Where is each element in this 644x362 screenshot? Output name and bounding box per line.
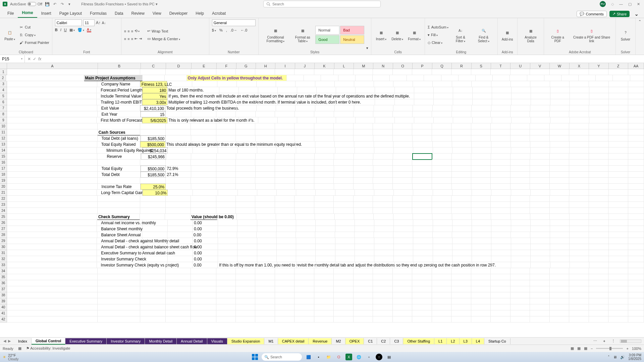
cell-H5[interactable]	[258, 93, 278, 99]
cell-M39[interactable]	[354, 298, 373, 304]
cell-D2[interactable]	[143, 75, 165, 81]
cell-AA3[interactable]	[628, 81, 644, 87]
cell-Z22[interactable]	[608, 196, 628, 202]
cell-N28[interactable]	[374, 232, 393, 238]
cell-G29[interactable]	[237, 238, 257, 244]
cell-E18[interactable]	[191, 172, 216, 178]
cell-K8[interactable]	[314, 111, 334, 117]
cell-Z32[interactable]	[609, 256, 628, 262]
cell-AA39[interactable]	[628, 298, 644, 304]
cell-C33[interactable]	[143, 262, 168, 268]
cell-J18[interactable]	[295, 172, 314, 178]
cell-T9[interactable]	[492, 117, 512, 123]
border-button[interactable]: ▦	[69, 28, 75, 32]
cell-W34[interactable]	[550, 268, 569, 274]
cell-V19[interactable]	[530, 178, 549, 184]
cell-U25[interactable]	[511, 214, 530, 220]
cell-J27[interactable]	[296, 226, 316, 232]
cell-B11[interactable]: Cash Sources	[98, 129, 141, 135]
ribbon-tab-home[interactable]: Home	[18, 8, 37, 18]
cell-P9[interactable]	[414, 117, 434, 123]
cell-Y12[interactable]	[589, 135, 608, 141]
cell-I34[interactable]	[275, 268, 294, 274]
fill-button[interactable]: ▾ Fill	[428, 32, 448, 38]
font-color-button[interactable]: A	[87, 27, 91, 32]
cell-H21[interactable]	[257, 190, 277, 196]
merge-center-button[interactable]: ▭ Merge & Center	[147, 36, 180, 42]
row-header-16[interactable]: 16	[0, 160, 7, 166]
cell-Y9[interactable]	[589, 117, 609, 123]
cell-N17[interactable]	[373, 166, 393, 172]
cell-I25[interactable]	[276, 214, 296, 220]
ribbon-tab-help[interactable]: Help	[192, 9, 208, 18]
comma-format-icon[interactable]: ,	[226, 28, 227, 32]
cell-Y23[interactable]	[589, 202, 608, 208]
cell-G17[interactable]	[236, 166, 255, 172]
cell-S17[interactable]	[471, 166, 491, 172]
cell-B23[interactable]	[98, 202, 141, 208]
cell-H41[interactable]	[255, 310, 275, 316]
file-explorer-icon[interactable]: 📁	[325, 354, 332, 360]
cell-C6[interactable]: 3.00x	[142, 99, 167, 105]
style-normal[interactable]: Normal	[315, 26, 339, 35]
cell-I15[interactable]	[275, 154, 295, 160]
cell-H37[interactable]	[255, 286, 275, 292]
cell-T26[interactable]	[491, 220, 511, 226]
cell-D1[interactable]	[166, 69, 191, 75]
cell-AA4[interactable]	[628, 87, 644, 93]
cell-X17[interactable]	[569, 166, 589, 172]
cell-I24[interactable]	[275, 208, 294, 214]
cell-J4[interactable]	[297, 87, 317, 93]
cell-G24[interactable]	[236, 208, 255, 214]
cell-I37[interactable]	[275, 286, 294, 292]
cell-K38[interactable]	[314, 292, 334, 298]
cell-K17[interactable]	[314, 166, 334, 172]
cell-B25[interactable]: Check Summary	[97, 214, 140, 220]
cell-Z13[interactable]	[609, 141, 628, 147]
cell-H26[interactable]	[257, 220, 277, 226]
cell-M19[interactable]	[354, 178, 373, 184]
cell-N2[interactable]	[407, 75, 424, 81]
font-size-select[interactable]	[83, 19, 95, 26]
cell-I19[interactable]	[275, 178, 294, 184]
cell-J33[interactable]	[297, 262, 316, 268]
cell-M29[interactable]	[355, 238, 374, 244]
cell-Y31[interactable]	[589, 250, 608, 256]
cell-A6[interactable]	[7, 99, 97, 105]
cell-M36[interactable]	[354, 280, 373, 286]
cell-A27[interactable]	[7, 226, 97, 232]
cell-E5[interactable]	[194, 93, 219, 99]
cell-C15[interactable]: $245,966	[141, 154, 166, 160]
cell-K16[interactable]	[314, 160, 334, 166]
cell-V12[interactable]	[530, 135, 549, 141]
cell-M23[interactable]	[354, 202, 373, 208]
cell-H8[interactable]	[256, 111, 275, 117]
cell-E30[interactable]: 0.00	[193, 244, 218, 250]
cell-F1[interactable]	[216, 69, 236, 75]
cell-J8[interactable]	[295, 111, 314, 117]
cell-L4[interactable]	[336, 87, 356, 93]
cell-R26[interactable]	[452, 220, 472, 226]
taskbar-app-2[interactable]: ▪	[315, 354, 322, 360]
excel-taskbar-icon[interactable]: X	[345, 354, 352, 360]
cell-S7[interactable]	[472, 105, 491, 111]
cell-D37[interactable]	[166, 286, 191, 292]
cell-K22[interactable]	[314, 196, 334, 202]
cell-I11[interactable]	[275, 129, 294, 135]
cell-Y7[interactable]	[589, 105, 608, 111]
cell-F42[interactable]	[216, 316, 236, 322]
cell-M8[interactable]	[354, 111, 373, 117]
cell-A24[interactable]	[7, 208, 98, 214]
align-middle-icon[interactable]: ≡	[127, 29, 129, 33]
cell-L38[interactable]	[334, 292, 353, 298]
cell-C41[interactable]	[140, 310, 165, 316]
cell-F41[interactable]	[216, 310, 236, 316]
cell-A28[interactable]	[7, 232, 97, 238]
cell-P33[interactable]	[414, 262, 433, 268]
cell-AA28[interactable]	[628, 232, 644, 238]
cell-S42[interactable]	[471, 316, 491, 322]
tray-monitor-icon[interactable]: 🖥	[613, 355, 617, 359]
cell-I39[interactable]	[275, 298, 294, 304]
cell-H38[interactable]	[255, 292, 275, 298]
cell-S26[interactable]	[472, 220, 491, 226]
